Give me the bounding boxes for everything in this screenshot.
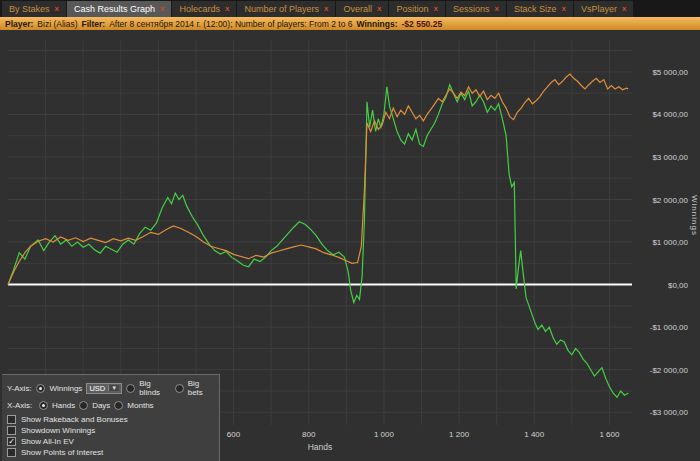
graph-options-panel: Y-Axis: Winnings USD ▼ Big blinds Big be… (2, 374, 220, 461)
tab-label: Position (396, 4, 428, 14)
tab-number-of-players[interactable]: Number of Players x (237, 1, 335, 17)
currency-value: USD (89, 384, 105, 393)
y-axis-label: Y-Axis: (7, 384, 32, 393)
svg-text:$2 000,00: $2 000,00 (652, 196, 688, 205)
checkbox-label: Show Points of Interest (21, 448, 103, 457)
tab-sessions[interactable]: Sessions x (446, 1, 506, 17)
checkbox-show-all-in-ev[interactable]: ✓ (7, 437, 16, 446)
tab-overall[interactable]: Overall x (336, 1, 388, 17)
winnings-label: Winnings: (357, 19, 398, 29)
radio-big-bets-label: Big bets (188, 379, 214, 397)
svg-text:-$2 000,00: -$2 000,00 (650, 366, 689, 375)
tab-label: Holecards (179, 4, 220, 14)
radio-winnings-label: Winnings (49, 384, 82, 393)
close-icon[interactable]: x (561, 5, 565, 13)
checkbox-showdown-winnings[interactable]: ✓ (7, 426, 16, 435)
svg-text:1 000: 1 000 (374, 430, 395, 439)
checkbox-show-rakeback[interactable]: ✓ (7, 415, 16, 424)
close-icon[interactable]: x (324, 5, 328, 13)
svg-text:1 600: 1 600 (599, 430, 620, 439)
tab-stack-size[interactable]: Stack Size x (507, 1, 573, 17)
tab-label: Number of Players (244, 4, 319, 14)
tab-label: Cash Results Graph (74, 4, 155, 14)
checkbox-show-points-of-interest[interactable]: ✓ (7, 448, 16, 457)
radio-winnings[interactable] (36, 384, 45, 393)
close-icon[interactable]: x (160, 5, 164, 13)
radio-months-label: Months (127, 401, 153, 410)
x-axis-options-row: X-Axis: Hands Days Months (2, 399, 219, 412)
close-icon[interactable]: x (55, 5, 59, 13)
radio-months[interactable] (114, 401, 123, 410)
tab-label: Sessions (453, 4, 490, 14)
radio-days[interactable] (79, 401, 88, 410)
tab-label: By Stakes (9, 4, 50, 14)
checkbox-row-showdown[interactable]: ✓ Showdown Winnings (7, 426, 214, 435)
tab-label: Overall (343, 4, 372, 14)
svg-text:$4 000,00: $4 000,00 (652, 110, 688, 119)
radio-days-label: Days (92, 401, 110, 410)
close-icon[interactable]: x (377, 5, 381, 13)
radio-big-blinds-label: Big blinds (139, 379, 171, 397)
close-icon[interactable]: x (494, 5, 498, 13)
app-window: By Stakes x Cash Results Graph x Holecar… (0, 0, 700, 461)
checkbox-label: Show Rakeback and Bonuses (21, 415, 128, 424)
tab-by-stakes[interactable]: By Stakes x (2, 1, 66, 17)
chart-area: -$3 000,00-$2 000,00-$1 000,00$0,00$1 00… (0, 30, 700, 461)
checkbox-label: Show All-In EV (21, 437, 74, 446)
radio-hands[interactable] (39, 401, 48, 410)
filter-value: After 8 сентября 2014 г. (12:00); Number… (109, 19, 352, 29)
tab-cash-results-graph[interactable]: Cash Results Graph x (67, 1, 172, 17)
checkbox-row-points-of-interest[interactable]: ✓ Show Points of Interest (7, 448, 214, 457)
svg-text:$5 000,00: $5 000,00 (652, 68, 688, 77)
svg-text:1 400: 1 400 (524, 430, 545, 439)
x-axis-label: X-Axis: (7, 401, 35, 410)
svg-text:1 200: 1 200 (449, 430, 470, 439)
tab-label: Stack Size (514, 4, 557, 14)
svg-text:-$3 000,00: -$3 000,00 (650, 408, 689, 417)
svg-text:600: 600 (227, 430, 241, 439)
checkbox-row-rakeback[interactable]: ✓ Show Rakeback and Bonuses (7, 415, 214, 424)
tab-bar: By Stakes x Cash Results Graph x Holecar… (0, 0, 700, 17)
checkbox-row-all-in-ev[interactable]: ✓ Show All-In EV (7, 437, 214, 446)
filter-label: Filter: (82, 19, 106, 29)
currency-dropdown[interactable]: USD ▼ (86, 383, 122, 394)
radio-big-blinds[interactable] (126, 384, 135, 393)
tab-holecards[interactable]: Holecards x (172, 1, 236, 17)
svg-text:-$1 000,00: -$1 000,00 (650, 323, 689, 332)
tab-label: VsPlayer (581, 4, 617, 14)
close-icon[interactable]: x (433, 5, 437, 13)
svg-text:$0,00: $0,00 (668, 281, 689, 290)
checkbox-label: Showdown Winnings (21, 426, 95, 435)
close-icon[interactable]: x (225, 5, 229, 13)
winnings-value: -$2 550.25 (402, 19, 443, 29)
checkbox-list: ✓ Show Rakeback and Bonuses ✓ Showdown W… (2, 412, 219, 459)
y-axis-options-row: Y-Axis: Winnings USD ▼ Big blinds Big be… (2, 377, 219, 399)
svg-text:$3 000,00: $3 000,00 (652, 153, 688, 162)
tab-position[interactable]: Position x (389, 1, 444, 17)
svg-text:$1 000,00: $1 000,00 (652, 238, 688, 247)
tab-vsplayer[interactable]: VsPlayer x (574, 1, 633, 17)
radio-hands-label: Hands (52, 401, 75, 410)
check-icon: ✓ (8, 438, 15, 446)
radio-big-bets[interactable] (175, 384, 184, 393)
player-value: Bizi (Alias) (37, 19, 77, 29)
filter-bar[interactable]: Player: Bizi (Alias) Filter: After 8 сен… (0, 17, 700, 30)
chevron-down-icon[interactable]: ▼ (108, 385, 119, 391)
y-axis-title: Winnings (690, 195, 699, 236)
close-icon[interactable]: x (622, 5, 626, 13)
player-label: Player: (5, 19, 33, 29)
svg-text:800: 800 (302, 430, 316, 439)
